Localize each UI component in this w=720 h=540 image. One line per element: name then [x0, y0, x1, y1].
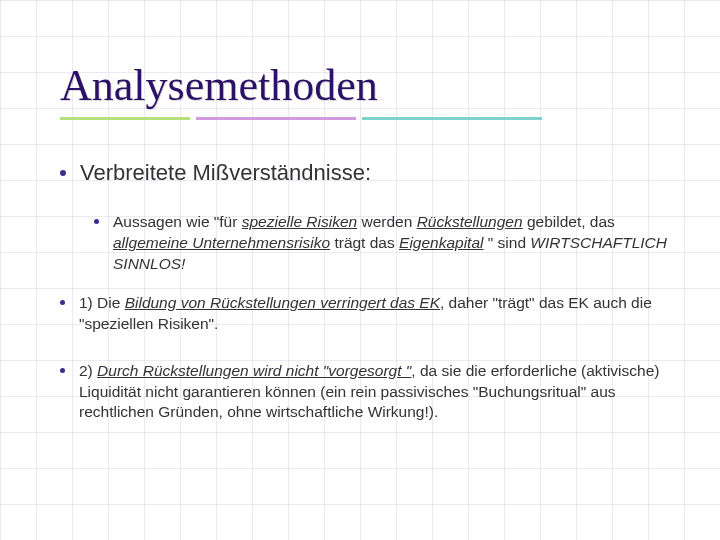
point-2-text: 2) Durch Rückstellungen wird nicht "vorg… [79, 361, 680, 424]
slide-title: Analysemethoden [60, 60, 680, 111]
bullet-icon [60, 300, 65, 305]
bullet-icon [94, 219, 99, 224]
sub-bullet-row: Aussagen wie "für spezielle Risiken werd… [60, 212, 680, 275]
heading-row: Verbreitete Mißverständnisse: [60, 160, 680, 186]
point-1-row: 1) Die Bildung von Rückstellungen verrin… [60, 293, 680, 335]
bullet-icon [60, 368, 65, 373]
point-2-row: 2) Durch Rückstellungen wird nicht "vorg… [60, 361, 680, 424]
point-1-text: 1) Die Bildung von Rückstellungen verrin… [79, 293, 680, 335]
sub-bullet-text: Aussagen wie "für spezielle Risiken werd… [113, 212, 680, 275]
section-heading: Verbreitete Mißverständnisse: [80, 160, 371, 186]
slide: Analysemethoden Verbreitete Mißverständn… [0, 0, 720, 469]
bullet-icon [60, 170, 66, 176]
title-underline [60, 117, 680, 120]
